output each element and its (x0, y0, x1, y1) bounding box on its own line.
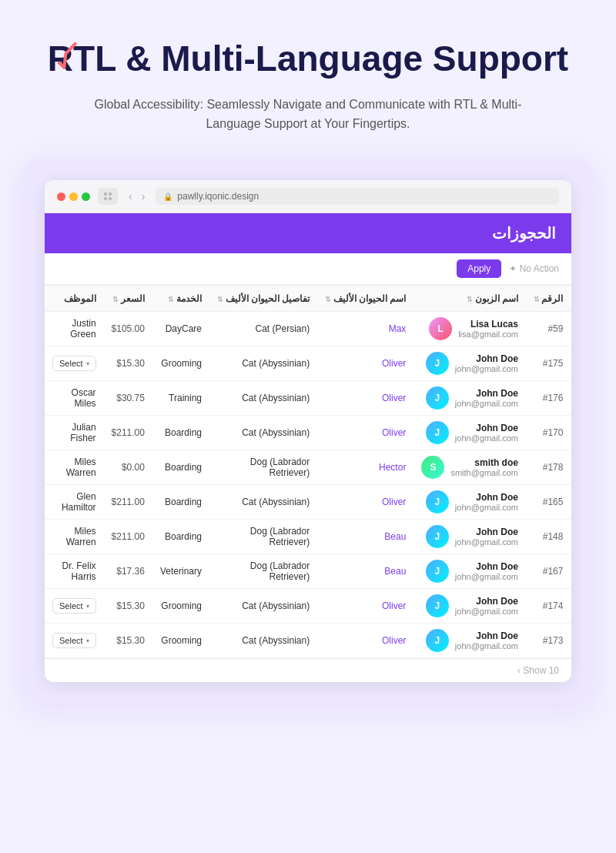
th-pet-details: تفاصيل الحيوان الأليف (209, 286, 317, 312)
no-action-label: ✦ No Action (509, 263, 559, 274)
hero-title: RTL & Multi-Language Support (48, 38, 568, 79)
row-staff[interactable]: ▾ Select (45, 624, 104, 658)
row-checkbox-cell (571, 346, 571, 381)
table-row: #167 John Doe john@gmail.com J BeauDog (… (45, 554, 571, 589)
row-service: DayCare (152, 312, 209, 346)
row-pet-details: Cat (Abyssinian) (209, 416, 317, 450)
row-price: $15.30 (104, 589, 152, 624)
avatar: J (426, 560, 449, 583)
row-pet-name[interactable]: Max (317, 312, 413, 346)
row-price: $211.00 (104, 416, 152, 450)
browser-grid-icon[interactable] (98, 188, 118, 205)
row-checkbox-cell (571, 312, 571, 346)
avatar: J (426, 352, 449, 375)
customer-email: john@gmail.com (455, 503, 518, 512)
row-service: Boarding (152, 485, 209, 520)
row-pet-details: Dog (Labrador Retriever) (209, 450, 317, 485)
table-row: #176 John Doe john@gmail.com J OliverCat… (45, 381, 571, 416)
customer-email: john@gmail.com (455, 641, 518, 651)
customer-name: John Doe (455, 596, 518, 607)
staff-select[interactable]: ▾ Select (52, 598, 96, 614)
customer-email: john@gmail.com (455, 572, 518, 581)
avatar: J (426, 629, 449, 652)
th-customer: اسم الزبون (413, 286, 526, 312)
row-service: Grooming (152, 589, 209, 624)
customer-info: John Doe john@gmail.com (455, 492, 518, 512)
chevron-down-icon: ▾ (86, 360, 89, 367)
back-button[interactable]: ‹ (126, 189, 136, 204)
apply-button[interactable]: Apply (457, 259, 501, 278)
row-checkbox-cell (571, 624, 571, 658)
row-pet-details: Dog (Labrador Retriever) (209, 554, 317, 589)
th-checkbox (571, 286, 571, 312)
row-staff[interactable]: ▾ Select (45, 346, 104, 381)
customer-info: John Doe john@gmail.com (455, 527, 518, 547)
dot-green[interactable] (82, 192, 90, 201)
row-service: Training (152, 381, 209, 416)
customer-name: Lisa Lucas (458, 319, 518, 329)
avatar: J (426, 386, 449, 410)
row-staff: Oscar Miles (45, 381, 104, 416)
row-checkbox-cell (571, 520, 571, 554)
row-num: #178 (526, 450, 571, 485)
chevron-down-icon: ▾ (86, 603, 89, 610)
customer-name: smith doe (450, 457, 518, 468)
th-num: الرقم (526, 286, 571, 312)
address-bar[interactable]: 🔒 pawlly.iqonic.design (156, 188, 559, 205)
staff-select[interactable]: ▾ Select (52, 633, 96, 648)
svg-rect-0 (104, 192, 107, 196)
customer-email: john@gmail.com (455, 537, 518, 547)
th-price: السعر (104, 286, 152, 312)
row-pet-name[interactable]: Oliver (317, 346, 413, 381)
row-pet-name[interactable]: Beau (317, 520, 413, 554)
customer-info: John Doe john@gmail.com (455, 423, 518, 443)
row-service: Grooming (152, 346, 209, 381)
row-pet-name[interactable]: Oliver (317, 416, 413, 450)
row-price: $0.00 (104, 450, 152, 485)
customer-name: John Doe (455, 423, 518, 433)
customer-name: John Doe (455, 353, 518, 364)
row-num: #174 (526, 589, 571, 624)
dot-yellow[interactable] (69, 192, 78, 201)
lock-icon: 🔒 (163, 192, 172, 201)
hero-section: RTL & Multi-Language Support Global Acce… (48, 38, 568, 134)
staff-select[interactable]: ▾ Select (52, 356, 96, 371)
row-num: #175 (526, 346, 571, 381)
row-pet-name[interactable]: Beau (317, 554, 413, 589)
browser-window: ‹ › 🔒 pawlly.iqonic.design الحجوزات Appl… (45, 180, 571, 682)
row-price: $211.00 (104, 485, 152, 520)
forward-button[interactable]: › (139, 189, 149, 204)
table-head: الرقم اسم الزبون اسم الحيوان الأليف تفاص… (45, 286, 571, 312)
customer-info: John Doe john@gmail.com (455, 596, 518, 616)
customer-name: John Doe (455, 388, 518, 399)
avatar: S (421, 456, 444, 479)
customer-email: john@gmail.com (455, 433, 518, 443)
row-pet-name[interactable]: Oliver (317, 624, 413, 658)
customer-info: John Doe john@gmail.com (455, 353, 518, 373)
th-staff: الموظف (45, 286, 104, 312)
row-staff: Justin Green (45, 312, 104, 346)
customer-email: john@gmail.com (455, 399, 518, 408)
row-pet-name[interactable]: Hector (317, 450, 413, 485)
row-staff[interactable]: ▾ Select (45, 589, 104, 624)
select-label: Select (59, 359, 83, 368)
row-checkbox-cell (571, 450, 571, 485)
table-header-row: الرقم اسم الزبون اسم الحيوان الأليف تفاص… (45, 286, 571, 312)
customer-info: Lisa Lucas lisa@gmail.com (458, 319, 518, 339)
customer-info: smith doe smith@gmail.com (450, 457, 518, 477)
url-text: pawlly.iqonic.design (177, 191, 259, 202)
customer-info: John Doe john@gmail.com (455, 388, 518, 408)
row-pet-name[interactable]: Oliver (317, 381, 413, 416)
row-staff: Miles Warren (45, 450, 104, 485)
row-price: $30.75 (104, 381, 152, 416)
row-pet-name[interactable]: Oliver (317, 485, 413, 520)
dot-red[interactable] (57, 192, 65, 201)
row-service: Boarding (152, 416, 209, 450)
row-price: $105.00 (104, 312, 152, 346)
row-num: #173 (526, 624, 571, 658)
browser-outer: ‹ › 🔒 pawlly.iqonic.design الحجوزات Appl… (23, 159, 593, 704)
row-pet-name[interactable]: Oliver (317, 589, 413, 624)
row-pet-details: Cat (Abyssinian) (209, 346, 317, 381)
svg-rect-2 (104, 197, 107, 200)
select-label: Select (59, 601, 83, 610)
